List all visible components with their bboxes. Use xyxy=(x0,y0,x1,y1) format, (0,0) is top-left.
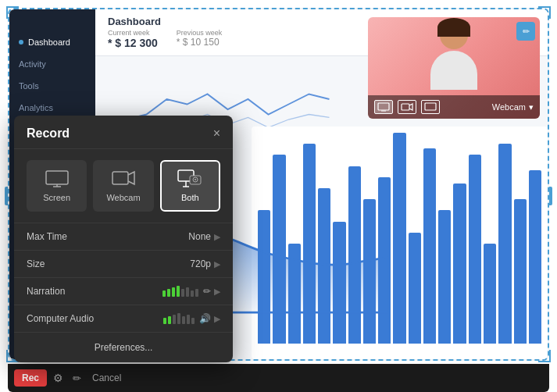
ca-vol-seg-5 xyxy=(182,316,185,324)
webcam-source-label: Webcam xyxy=(492,102,526,112)
webcam-mode-label: Webcam xyxy=(106,193,140,202)
computer-audio-label: Computer Audio xyxy=(27,313,163,324)
vol-seg-3 xyxy=(172,287,175,297)
svg-rect-7 xyxy=(112,172,128,184)
bar-chart-bar xyxy=(438,210,451,344)
record-dialog: Record × Screen xyxy=(14,116,233,362)
sidebar-item-label: Dashboard xyxy=(28,37,70,47)
rec-button[interactable]: Rec xyxy=(14,369,47,387)
narration-setting[interactable]: Narration ✏ ▶ xyxy=(14,278,233,305)
record-mode-screen[interactable]: Screen xyxy=(27,160,87,212)
vol-seg-8 xyxy=(195,289,198,297)
settings-gear-button[interactable]: ⚙ xyxy=(50,370,66,386)
computer-audio-volume-bar xyxy=(163,313,195,324)
size-value: 720p xyxy=(190,258,211,269)
vol-seg-7 xyxy=(191,290,194,297)
webcam-mode-screen-btn[interactable] xyxy=(374,100,393,114)
narration-label: Narration xyxy=(27,286,162,297)
bar-chart-bar xyxy=(484,244,496,344)
current-week-label: Current week xyxy=(108,29,158,37)
webcam-edit-button[interactable]: ✏ xyxy=(516,22,535,41)
bar-chart-bar xyxy=(469,155,481,344)
bar-chart-bar xyxy=(514,199,527,344)
webcam-source-dropdown[interactable]: Webcam ▾ xyxy=(492,102,534,112)
max-time-value: None xyxy=(188,231,211,242)
narration-arrow-icon: ▶ xyxy=(214,287,220,297)
bar-chart-bar xyxy=(498,144,511,344)
ca-vol-seg-1 xyxy=(163,318,166,324)
bar-chart-bar xyxy=(393,133,405,344)
pencil-icon: ✏ xyxy=(523,27,530,37)
computer-audio-speaker-icon: 🔊 xyxy=(199,313,211,324)
vol-seg-5 xyxy=(181,289,184,297)
record-mode-both[interactable]: Both xyxy=(160,160,220,212)
narration-pencil-icon: ✏ xyxy=(203,286,211,297)
svg-rect-0 xyxy=(378,103,389,110)
record-dialog-title: Record xyxy=(27,127,70,141)
max-time-setting[interactable]: Max Time None ▶ xyxy=(14,223,233,251)
vol-seg-4 xyxy=(177,286,180,297)
sidebar-item-dashboard[interactable]: Dashboard xyxy=(9,31,95,53)
webcam-controls-bar: Webcam ▾ xyxy=(368,95,540,119)
computer-audio-setting[interactable]: Computer Audio 🔊 ▶ xyxy=(14,305,233,333)
edit-pencil-button[interactable]: ✏ xyxy=(70,371,84,386)
screen-icon xyxy=(45,169,70,188)
max-time-label: Max Time xyxy=(27,231,188,242)
size-setting[interactable]: Size 720p ▶ xyxy=(14,251,233,278)
sidebar-item-label: Tools xyxy=(19,81,39,91)
max-time-arrow-icon: ▶ xyxy=(214,232,220,242)
previous-week-stat: Previous week * $ 10 150 xyxy=(177,29,223,49)
ca-vol-seg-4 xyxy=(177,313,180,324)
sidebar-item-label: Activity xyxy=(19,59,46,69)
bar-chart-bar xyxy=(409,233,421,344)
webcam-icon xyxy=(111,169,136,188)
webcam-mode-picture-btn[interactable] xyxy=(421,100,440,114)
previous-week-value: * $ 10 150 xyxy=(177,37,223,48)
size-label: Size xyxy=(27,258,190,269)
vol-seg-2 xyxy=(167,289,170,297)
webcam-preview: ✏ Webcam ▾ xyxy=(368,17,540,119)
record-close-button[interactable]: × xyxy=(213,127,220,140)
vol-seg-1 xyxy=(162,290,166,297)
screenshot-wrapper: Dashboard Activity Tools Analytics Help … xyxy=(0,0,557,392)
record-dialog-header: Record × xyxy=(14,116,233,149)
bar-chart-bar xyxy=(423,148,436,344)
ca-vol-seg-7 xyxy=(191,318,195,324)
screen-mode-label: Screen xyxy=(43,193,70,202)
person-head xyxy=(440,21,468,49)
bar-chart-bar xyxy=(529,170,541,344)
vol-seg-6 xyxy=(186,287,189,297)
record-mode-webcam[interactable]: Webcam xyxy=(93,160,153,212)
sidebar-item-tools[interactable]: Tools xyxy=(9,75,95,97)
preferences-button[interactable]: Preferences... xyxy=(14,333,233,362)
record-mode-selector: Screen Webcam xyxy=(14,149,233,223)
narration-volume-bar xyxy=(162,286,198,297)
sidebar-item-activity[interactable]: Activity xyxy=(9,53,95,75)
ca-vol-seg-3 xyxy=(173,315,176,324)
current-week-value: * $ 12 300 xyxy=(108,37,158,49)
ca-vol-seg-2 xyxy=(168,316,171,324)
svg-point-13 xyxy=(195,179,196,180)
svg-rect-3 xyxy=(425,103,436,110)
person-body xyxy=(430,51,477,90)
cancel-button[interactable]: Cancel xyxy=(87,371,126,385)
current-week-stat: Current week * $ 12 300 xyxy=(108,29,158,49)
bar-chart-bar xyxy=(453,184,466,344)
ca-vol-seg-6 xyxy=(187,315,190,324)
sidebar-item-label: Analytics xyxy=(19,103,53,112)
both-mode-label: Both xyxy=(181,193,199,202)
person-hair xyxy=(437,18,470,37)
previous-week-label: Previous week xyxy=(177,29,223,37)
computer-audio-arrow-icon: ▶ xyxy=(214,314,220,324)
svg-rect-4 xyxy=(46,171,68,184)
svg-rect-2 xyxy=(402,104,409,110)
size-arrow-icon: ▶ xyxy=(214,259,220,269)
chevron-down-icon: ▾ xyxy=(529,102,534,112)
both-icon xyxy=(177,169,202,188)
bottom-toolbar: Rec ⚙ ✏ Cancel xyxy=(8,364,549,392)
webcam-mode-webcam-btn[interactable] xyxy=(398,100,416,114)
